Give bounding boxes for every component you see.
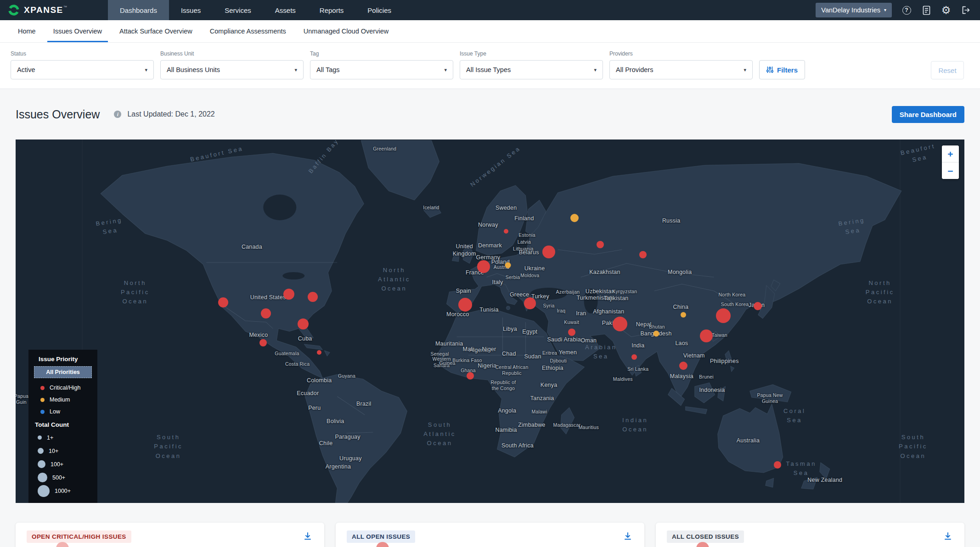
legend-low[interactable]: Low (34, 406, 92, 418)
tab-issues-overview[interactable]: Issues Overview (45, 20, 111, 42)
issue-location-dot[interactable] (458, 298, 472, 312)
tab-unmanaged-cloud-overview[interactable]: Unmanaged Cloud Overview (295, 20, 397, 42)
info-icon: i (114, 111, 121, 118)
issue-location-dot[interactable] (524, 297, 536, 309)
world-map-landmasses (16, 140, 964, 503)
legend-count-1: 1+ (34, 431, 92, 444)
issue-location-dot[interactable] (613, 317, 627, 331)
legend-count-1000: 1000+ (34, 484, 92, 497)
issue-location-dot[interactable] (570, 214, 579, 222)
count-circle-icon (38, 485, 50, 497)
filter-label: Providers (609, 50, 753, 57)
filter-label: Tag (310, 50, 453, 57)
chevron-down-icon: ▾ (594, 67, 597, 73)
providers-dropdown[interactable]: All Providers ▾ (609, 60, 753, 79)
legend-count-100: 100+ (34, 458, 92, 471)
logo-trademark: ™ (63, 5, 67, 9)
issue-type-dropdown[interactable]: All Issue Types ▾ (460, 60, 603, 79)
zoom-in-button[interactable]: + (942, 145, 959, 162)
zoom-out-button[interactable]: − (942, 162, 959, 179)
issue-location-dot[interactable] (653, 330, 659, 336)
nav-reports[interactable]: Reports (308, 0, 356, 20)
filter-label: Issue Type (460, 50, 603, 57)
filter-label: Business Unit (160, 50, 304, 57)
share-dashboard-button[interactable]: Share Dashboard (892, 106, 964, 123)
download-icon[interactable] (942, 530, 953, 543)
issue-location-dot[interactable] (317, 350, 321, 355)
issue-location-dot[interactable] (700, 329, 713, 342)
count-circle-icon (38, 473, 47, 482)
issue-location-dot[interactable] (308, 292, 318, 302)
business-unit-dropdown[interactable]: All Business Units ▾ (160, 60, 304, 79)
reset-button[interactable]: Reset (931, 61, 964, 79)
count-circle-icon (38, 435, 42, 440)
issue-location-dot[interactable] (218, 297, 228, 307)
chevron-down-icon: ▾ (294, 67, 297, 73)
chevron-down-icon: ▾ (444, 67, 447, 73)
issue-location-dot[interactable] (754, 302, 762, 310)
critical-dot-icon (40, 386, 45, 390)
issue-location-dot[interactable] (505, 262, 511, 268)
nav-dashboards[interactable]: Dashboards (108, 0, 169, 20)
map-legend: Issue Priority All Priorities Critical/H… (28, 350, 97, 503)
world-map[interactable]: Bering SeaNorth Pacific OceanSouth Pacif… (16, 140, 964, 503)
page-header: Issues Overview i Last Updated: Dec 1, 2… (16, 89, 964, 140)
medium-dot-icon (40, 398, 45, 402)
issue-location-dot[interactable] (639, 251, 647, 258)
issue-location-dot[interactable] (283, 289, 294, 300)
account-selector[interactable]: VanDelay Industries ▾ (816, 3, 892, 17)
issue-location-dot[interactable] (504, 229, 508, 234)
count-circle-icon (38, 460, 45, 468)
chevron-down-icon: ▾ (145, 67, 147, 73)
download-icon[interactable] (622, 530, 633, 543)
filter-tag: Tag All Tags ▾ (310, 50, 453, 79)
issue-location-dot[interactable] (477, 260, 490, 273)
tab-home[interactable]: Home (9, 20, 45, 42)
issue-location-dot[interactable] (679, 362, 687, 370)
legend-all-priorities[interactable]: All Priorities (34, 366, 92, 378)
issue-location-dot[interactable] (542, 246, 555, 258)
chevron-down-icon: ▾ (884, 8, 886, 12)
primary-nav: Dashboards Issues Services Assets Report… (108, 0, 403, 20)
card-all-open-issues: ALL OPEN ISSUES (336, 523, 644, 547)
legend-critical-high[interactable]: Critical/High (34, 382, 92, 394)
issue-location-dot[interactable] (597, 241, 604, 248)
issue-location-dot[interactable] (298, 318, 309, 329)
filter-bar: Status Active ▾ Business Unit All Busine… (0, 43, 980, 89)
help-icon[interactable]: ? (901, 5, 912, 15)
sliders-icon (766, 66, 773, 73)
issue-location-dot[interactable] (259, 339, 267, 346)
chevron-down-icon: ▾ (743, 67, 746, 73)
nav-policies[interactable]: Policies (355, 0, 403, 20)
tab-attack-surface-overview[interactable]: Attack Surface Overview (111, 20, 201, 42)
issue-location-dot[interactable] (774, 461, 781, 469)
logout-icon[interactable] (961, 5, 971, 15)
nav-assets[interactable]: Assets (263, 0, 308, 20)
filter-business-unit: Business Unit All Business Units ▾ (160, 50, 304, 79)
tab-compliance-assessments[interactable]: Compliance Assessments (201, 20, 295, 42)
low-dot-icon (40, 410, 45, 414)
card-title-badge: ALL OPEN ISSUES (347, 530, 415, 543)
top-navigation-bar: XPANSE™ Dashboards Issues Services Asset… (0, 0, 980, 20)
download-icon[interactable] (302, 530, 313, 543)
issue-location-dot[interactable] (716, 308, 731, 323)
tag-dropdown[interactable]: All Tags ▾ (310, 60, 453, 79)
dashboard-tabbar: Home Issues Overview Attack Surface Over… (0, 20, 980, 43)
settings-gear-icon[interactable]: ⚙ (941, 5, 951, 15)
legend-medium[interactable]: Medium (34, 394, 92, 406)
nav-issues[interactable]: Issues (169, 0, 213, 20)
count-circle-icon (38, 448, 44, 454)
card-title-badge: OPEN CRITICAL/HIGH ISSUES (27, 530, 131, 543)
status-dropdown[interactable]: Active ▾ (11, 60, 154, 79)
filter-issue-type: Issue Type All Issue Types ▾ (460, 50, 603, 79)
issue-location-dot[interactable] (467, 372, 474, 380)
issue-location-dot[interactable] (261, 308, 271, 318)
nav-services[interactable]: Services (213, 0, 263, 20)
filters-button[interactable]: Filters (759, 60, 805, 79)
release-notes-icon[interactable] (921, 5, 931, 15)
issue-location-dot[interactable] (631, 354, 637, 360)
issue-location-dot[interactable] (681, 312, 686, 318)
filter-providers: Providers All Providers ▾ (609, 50, 753, 79)
issue-location-dot[interactable] (568, 329, 575, 336)
filter-status: Status Active ▾ (11, 50, 154, 79)
